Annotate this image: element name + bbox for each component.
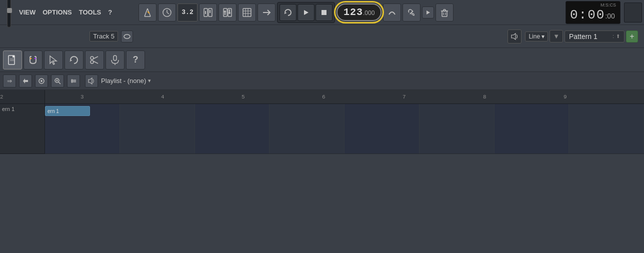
svg-point-51 (40, 80, 42, 82)
grid-cell-8 (569, 104, 644, 154)
svg-marker-25 (426, 10, 430, 14)
dump-btn[interactable] (436, 4, 454, 22)
time-label: M:S:CS (570, 2, 616, 8)
magnet-btn[interactable] (24, 50, 42, 70)
grid-cell-2 (120, 104, 195, 154)
new-file-btn[interactable] (3, 50, 22, 70)
svg-marker-42 (50, 56, 56, 64)
grid-cell-7 (494, 104, 570, 154)
forward-btn[interactable]: ⇒ (3, 74, 16, 88)
playlist-bar: ⇒ Playlist - (non (0, 72, 644, 90)
pattern-dropdown-btn[interactable]: ▼ (550, 30, 563, 42)
playlist-dropdown-icon[interactable]: ▾ (148, 78, 151, 84)
svg-point-33 (124, 34, 130, 38)
tempo-value: 123 (344, 6, 363, 18)
track-list: ern 1 (0, 104, 45, 154)
menu-view[interactable]: VIEW (17, 8, 38, 17)
svg-point-15 (224, 10, 226, 12)
pattern-name: Pattern 1 (569, 32, 610, 40)
speaker-btn[interactable] (508, 30, 522, 44)
timeline-num-8: 8 (483, 94, 486, 100)
volume-slider[interactable] (7, 0, 11, 28)
piano-roll-btn[interactable] (238, 4, 256, 22)
svg-line-53 (58, 82, 60, 84)
mini-play-btn[interactable] (422, 6, 434, 18)
line-arrow-icon: ▾ (542, 33, 544, 40)
timeline-num-5: 5 (242, 94, 245, 100)
svg-marker-34 (512, 34, 516, 40)
svg-rect-26 (442, 11, 447, 16)
mixer-btn[interactable] (199, 4, 217, 22)
track-label-area: Track 5 (2, 30, 137, 42)
time-small: :00 (605, 12, 614, 20)
timeline-num-7: 7 (402, 94, 406, 100)
playlist-label: Playlist - (none) ▾ (101, 77, 151, 84)
connector-btn[interactable] (383, 4, 401, 22)
speaker-area (508, 30, 522, 44)
svg-rect-24 (322, 10, 326, 15)
pattern-display[interactable]: Pattern 1 : ⬆ (564, 30, 624, 42)
svg-marker-60 (88, 78, 92, 84)
grid-row-1: ern 1 (45, 104, 644, 154)
loop-playlist-btn[interactable] (35, 74, 48, 88)
pattern-block[interactable]: ern 1 (45, 106, 90, 116)
svg-marker-23 (304, 10, 308, 15)
loop-btn[interactable] (280, 4, 296, 21)
time-sig-btn[interactable]: 3.2 (178, 4, 198, 22)
tools-bar: ? (0, 48, 644, 72)
cursor-btn[interactable] (44, 50, 63, 70)
loop-tool-btn[interactable] (64, 50, 84, 70)
dropdown-arrow-icon: ▼ (553, 32, 560, 40)
help-btn[interactable]: ? (126, 50, 145, 70)
arrow-btn[interactable] (258, 4, 276, 22)
zoom-btn[interactable] (51, 74, 64, 88)
pattern-scroll-icon: ⬆ (616, 34, 620, 39)
time-display: M:S:CS 0:00 :00 (566, 1, 620, 24)
grid-cell-5 (344, 104, 420, 154)
svg-point-16 (228, 12, 230, 14)
timeline-num-9: 9 (564, 94, 567, 100)
menu-tools[interactable]: TOOLS (77, 8, 104, 17)
timeline-row: 23456789 (0, 90, 644, 104)
stop-btn[interactable] (316, 4, 332, 21)
svg-line-6 (167, 12, 169, 14)
svg-marker-49 (23, 78, 28, 84)
clock-btn[interactable] (158, 4, 176, 22)
menu-options[interactable]: OPTIONS (40, 8, 74, 17)
add-pattern-btn[interactable]: + (626, 30, 638, 42)
timeline-numbers: 23456789 (45, 90, 644, 104)
track-row-1: ern 1 (0, 104, 44, 154)
grid-cell-3 (195, 104, 270, 154)
tempo-display[interactable]: 123.000 (336, 4, 382, 21)
grid-cell-6 (420, 104, 494, 154)
pattern-name-suffix: : (612, 34, 614, 39)
drum-icon[interactable] (121, 30, 133, 42)
second-toolbar: Track 5 Line ▾ ▼ Pattern 1 : ⬆ (0, 25, 644, 48)
timeline-num-3: 3 (80, 94, 84, 100)
timeline-num-6: 6 (322, 94, 326, 100)
track-area: ern 1 ern 1 (0, 104, 644, 154)
track-header-spacer (0, 90, 45, 104)
top-toolbar: VIEW OPTIONS TOOLS ? 3.2 (0, 0, 644, 25)
mixer2-btn[interactable] (218, 4, 236, 22)
timeline-num-4: 4 (161, 94, 164, 100)
line-dropdown[interactable]: Line ▾ (525, 32, 548, 42)
play-btn[interactable] (298, 4, 314, 21)
pattern-block-label: ern 1 (48, 108, 59, 114)
snap-btn[interactable] (19, 74, 32, 88)
mic-btn[interactable] (106, 50, 124, 70)
menu-area: VIEW OPTIONS TOOLS ? (2, 0, 137, 24)
scissors-btn[interactable] (85, 50, 104, 70)
link-btn[interactable] (402, 4, 420, 22)
line-label: Line (528, 33, 540, 40)
pattern-section: ▼ Pattern 1 : ⬆ + (550, 30, 642, 42)
right-slider[interactable] (624, 2, 642, 22)
toolbar-buttons: 3.2 (138, 1, 642, 24)
help-icon: ? (133, 54, 138, 65)
playlist-speaker-btn[interactable] (85, 74, 98, 88)
menu-help[interactable]: ? (106, 8, 114, 17)
metronome-btn[interactable] (138, 4, 156, 22)
grid-btn[interactable] (67, 74, 80, 88)
svg-rect-17 (243, 8, 251, 16)
playlist-text: Playlist - (none) (101, 77, 146, 84)
